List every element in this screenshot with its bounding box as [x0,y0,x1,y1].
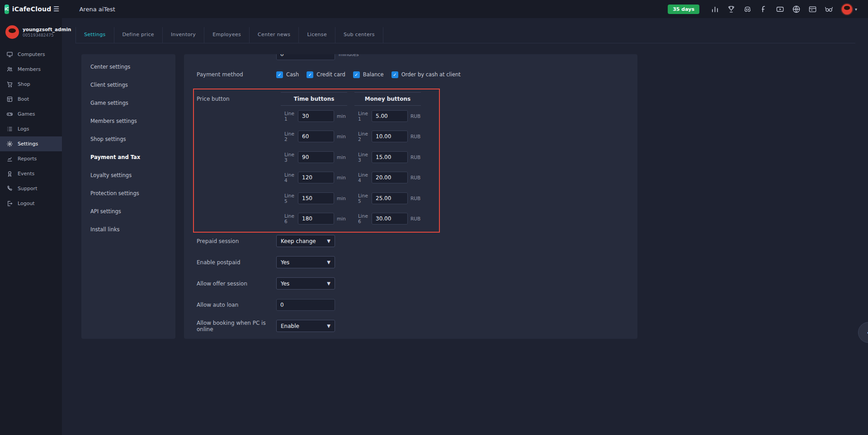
settings-nav-payment-and-tax[interactable]: Payment and Tax [81,148,175,166]
prepaid-session-select[interactable]: Keep change ▼ [276,235,335,247]
money-line-3-input[interactable] [372,151,408,163]
time-line-4-row: Line 4 min [281,168,347,188]
license-days-badge[interactable]: 35 days [668,5,699,14]
money-line-4-input[interactable] [372,172,408,183]
checkbox-checked-icon[interactable] [276,71,283,78]
tab-employees[interactable]: Employees [204,27,250,43]
brand-name: iCafeCloud [12,5,52,13]
settings-nav-protection-settings[interactable]: Protection settings [81,184,175,202]
payment-option-order-by-cash[interactable]: Order by cash at client [392,71,461,78]
user-card: youngzsoft_admin 005193482475 [0,18,62,44]
enable-postpaid-select[interactable]: Yes ▼ [276,256,335,268]
topbar-right: 35 days ▾ [668,3,868,15]
payment-option-balance[interactable]: Balance [353,71,384,78]
sidebar-item-settings[interactable]: Settings [0,136,62,151]
medal-icon [6,170,13,177]
time-line-3-row: Line 3 min [281,147,347,168]
settings-nav-members-settings[interactable]: Members settings [81,112,175,130]
time-line-2-input[interactable] [298,131,334,142]
money-buttons-header: Money buttons [354,92,421,106]
payment-option-credit-card[interactable]: Credit card [307,71,345,78]
money-line-6-input[interactable] [372,213,408,225]
sidebar-user-id: 005193482475 [23,33,71,37]
money-line-2-input[interactable] [372,131,408,142]
tab-bar: Settings Define price Inventory Employee… [75,27,855,43]
chevron-down-icon[interactable]: ▾ [855,7,857,12]
allow-auto-loan-input[interactable] [276,299,335,311]
time-buttons-header: Time buttons [281,92,347,106]
settings-nav-client-settings[interactable]: Client settings [81,76,175,94]
sidebar-nav: Computers Members Shop Boot Games Logs S… [0,47,62,211]
masks-icon[interactable] [825,5,833,14]
collapse-panel-toggle[interactable]: ‹ [858,322,868,343]
sidebar-item-events[interactable]: Events [0,166,62,181]
sidebar-item-shop[interactable]: Shop [0,77,62,92]
tab-center-news[interactable]: Center news [250,27,299,43]
money-line-1-input[interactable] [372,110,408,122]
tab-define-price[interactable]: Define price [114,27,163,43]
money-line-3-row: Line 3 RUB [354,147,421,168]
tab-settings[interactable]: Settings [75,27,114,43]
sidebar-item-computers[interactable]: Computers [0,47,62,62]
main-content: Settings Define price Inventory Employee… [62,18,868,435]
user-avatar[interactable] [841,3,853,15]
sidebar-item-support[interactable]: Support [0,181,62,196]
icafecloud-logo-icon: iC [5,5,9,14]
sidebar-item-games[interactable]: Games [0,107,62,122]
allow-offer-session-select[interactable]: Yes ▼ [276,277,335,290]
sidebar-item-label: Shop [18,81,30,87]
sidebar-item-label: Logout [18,201,35,206]
settings-nav-shop-settings[interactable]: Shop settings [81,130,175,148]
trophy-icon[interactable] [727,5,736,14]
time-line-5-input[interactable] [298,192,334,204]
tab-license[interactable]: License [299,27,335,43]
money-line-4-row: Line 4 RUB [354,168,421,188]
globe-icon[interactable] [792,5,801,14]
checkbox-checked-icon[interactable] [307,71,313,78]
tab-inventory[interactable]: Inventory [163,27,204,43]
sidebar-item-reports[interactable]: Reports [0,151,62,166]
sidebar-item-boot[interactable]: Boot [0,92,62,107]
time-line-3-input[interactable] [298,151,334,163]
podium-icon[interactable] [711,5,719,14]
center-title: Arena aiTest [79,6,115,13]
time-buttons-column: Time buttons Line 1 min Line 2 min Line … [281,92,347,229]
clipped-minutes-input[interactable] [276,54,335,60]
facebook-icon[interactable] [760,5,768,14]
checkbox-checked-icon[interactable] [392,71,398,78]
youtube-icon[interactable] [776,5,784,14]
allow-offer-session-label: Allow offer session [197,281,276,287]
brand: iC iCafeCloud [0,5,47,14]
settings-nav-loyalty-settings[interactable]: Loyalty settings [81,166,175,184]
payment-option-cash[interactable]: Cash [276,71,299,78]
time-line-1-input[interactable] [298,110,334,122]
settings-nav-install-links[interactable]: Install links [81,220,175,239]
money-line-5-input[interactable] [372,192,408,204]
time-line-4-input[interactable] [298,172,334,183]
monitor-icon [6,51,13,58]
time-line-6-input[interactable] [298,213,334,225]
tab-sub-centers[interactable]: Sub centers [335,27,383,43]
card-icon[interactable] [808,5,817,14]
settings-nav-api-settings[interactable]: API settings [81,202,175,220]
settings-nav-game-settings[interactable]: Game settings [81,94,175,112]
user-menu[interactable]: ▾ [841,3,857,15]
sidebar-item-label: Games [18,111,35,117]
sidebar-item-logs[interactable]: Logs [0,122,62,136]
payment-method-options: Cash Credit card Balance Order by cash a… [276,71,461,78]
chevron-down-icon: ▼ [327,323,330,328]
money-line-6-row: Line 6 RUB [354,209,421,229]
time-line-2-row: Line 2 min [281,126,347,147]
allow-booking-select[interactable]: Enable ▼ [276,320,335,332]
time-line-5-row: Line 5 min [281,188,347,209]
allow-auto-loan-label: Allow auto loan [197,302,276,308]
enable-postpaid-label: Enable postpaid [197,259,276,266]
checkbox-checked-icon[interactable] [353,71,360,78]
topbar: iC iCafeCloud ☰ Arena aiTest 35 days [0,0,868,18]
sidebar-item-members[interactable]: Members [0,62,62,77]
settings-nav-center-settings[interactable]: Center settings [81,58,175,76]
sidebar-item-label: Logs [18,126,29,132]
discord-icon[interactable] [743,5,752,14]
sidebar-item-logout[interactable]: Logout [0,196,62,211]
hamburger-menu-icon[interactable]: ☰ [51,3,62,15]
